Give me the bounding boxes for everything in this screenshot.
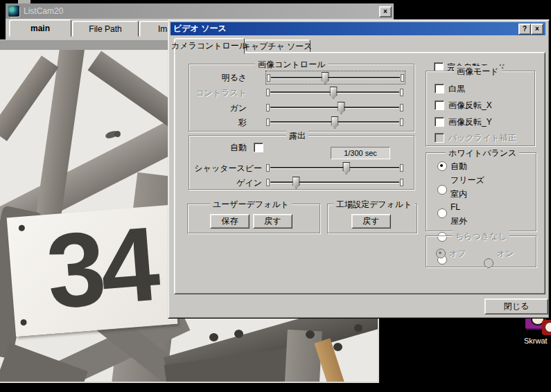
gamma-slider-thumb[interactable] xyxy=(338,102,345,114)
sign-screw xyxy=(19,224,26,231)
group-user-default: ユーザーデフォルト 保存 戻す xyxy=(187,204,320,233)
group-flicker: ちらつきなし オフ オン xyxy=(426,235,536,267)
slider-row-gamma: ガン xyxy=(189,101,414,115)
backlight-checkbox xyxy=(435,133,444,143)
gamma-label: ガン xyxy=(189,103,247,114)
saturation-slider-track[interactable] xyxy=(270,121,399,123)
brightness-slider[interactable] xyxy=(265,71,405,84)
gain-slider-thumb[interactable] xyxy=(292,177,300,189)
desktop: ListCam20 × main File Path Ima xyxy=(0,0,551,392)
restore-button-label: 戻す xyxy=(264,215,281,227)
flicker-off-label: オフ xyxy=(449,248,466,260)
shutter-slider-thumb[interactable] xyxy=(342,162,350,175)
dialog-close-button-label: 閉じる xyxy=(504,301,530,312)
wb-freeze-label: フリーズ xyxy=(451,175,484,186)
wb-indoor-label: 室内 xyxy=(451,188,467,200)
save-button-label: 保存 xyxy=(222,215,238,227)
bolt xyxy=(354,324,362,332)
tab-camera-control[interactable]: カメラコントロール xyxy=(174,38,245,54)
group-image-mode: 画像モード 白黒 画像反転_X 画像反転_Y バックライト補正 xyxy=(426,71,535,146)
saturation-slider[interactable] xyxy=(265,116,404,128)
gain-slider-track[interactable] xyxy=(270,181,399,184)
brightness-label: 明るさ xyxy=(189,72,247,84)
dialog-title: ビデオ ソース xyxy=(173,23,227,35)
gain-slider[interactable] xyxy=(265,176,404,188)
shutter-value-box: 1/300 sec xyxy=(331,147,390,159)
flicker-on-radio xyxy=(484,258,493,268)
desktop-icon-label[interactable]: Skrwat xyxy=(524,337,548,345)
bolt xyxy=(333,343,342,351)
wb-outdoor-label: 屋外 xyxy=(451,215,467,227)
brightness-slider-track[interactable] xyxy=(271,77,400,79)
bolt xyxy=(209,333,218,341)
shutter-slider-track[interactable] xyxy=(270,167,399,169)
group-user-default-title: ユーザーデフォルト xyxy=(210,199,292,211)
group-factory-default-title: 工場設定デフォルト xyxy=(333,199,414,211)
slider-row-contrast: コントラスト xyxy=(189,86,414,100)
slider-row-brightness: 明るさ xyxy=(189,71,414,84)
group-image-mode-title: 画像モード xyxy=(454,66,502,78)
wb-auto-label: 自動 xyxy=(451,161,467,172)
dialog-help-button[interactable]: ? xyxy=(518,24,531,35)
bw-label: 白黒 xyxy=(448,83,465,95)
tab-capture-source-label: キャプチャ ソース xyxy=(242,41,312,53)
tab-file-path-label: File Path xyxy=(89,24,121,34)
girder-pole-bottom xyxy=(283,330,322,383)
gamma-slider[interactable] xyxy=(265,101,404,114)
backlight-label: バックライト補正 xyxy=(448,132,516,144)
shutter-label: シャッタースピー xyxy=(189,163,262,175)
listcam-app-icon xyxy=(8,6,19,17)
group-image-control-title: 画像コントロール xyxy=(255,59,328,71)
tab-camera-control-label: カメラコントロール xyxy=(171,40,247,52)
flicker-on-label: オン xyxy=(497,248,514,260)
saturation-slider-thumb[interactable] xyxy=(331,116,339,129)
flip-y-checkbox[interactable] xyxy=(435,117,444,127)
girder-knob-head xyxy=(114,131,121,137)
tab-main-label: main xyxy=(30,24,50,33)
gain-label: ゲイン xyxy=(189,177,262,189)
tab-file-path[interactable]: File Path xyxy=(72,21,139,37)
flicker-off-radio xyxy=(436,249,446,258)
tab-main[interactable]: main xyxy=(9,19,71,37)
shutter-slider[interactable] xyxy=(265,161,404,174)
saturation-label: 彩 xyxy=(189,117,247,129)
contrast-slider-thumb[interactable] xyxy=(330,87,338,99)
wb-indoor-radio[interactable] xyxy=(437,208,447,218)
slider-row-shutter: シャッタースピー xyxy=(189,161,414,175)
shutter-value: 1/300 sec xyxy=(344,149,377,157)
icon-clock-face xyxy=(545,322,551,332)
gamma-slider-track[interactable] xyxy=(270,107,399,109)
user-default-save-button[interactable]: 保存 xyxy=(210,214,250,229)
exposure-auto-checkbox[interactable] xyxy=(254,143,263,152)
contrast-slider-track[interactable] xyxy=(270,91,399,93)
bw-checkbox[interactable] xyxy=(435,84,444,93)
listcam-close-button[interactable]: × xyxy=(379,6,392,17)
wb-auto-radio[interactable] xyxy=(437,161,447,171)
sign-number: 34 xyxy=(42,205,159,331)
sign-screw xyxy=(20,319,27,326)
bolt xyxy=(306,330,315,339)
factory-restore-label: 戻す xyxy=(362,215,379,227)
listcam-title: ListCam20 xyxy=(24,6,63,16)
number-sign: 34 xyxy=(7,205,178,337)
listcam-titlebar[interactable]: ListCam20 × xyxy=(6,3,394,19)
flip-x-checkbox[interactable] xyxy=(435,100,444,110)
flip-x-label: 画像反転_X xyxy=(448,100,492,112)
group-flicker-title: ちらつきなし xyxy=(453,231,509,242)
wb-freeze-radio[interactable] xyxy=(437,185,447,195)
dialog-close-button[interactable]: 閉じる xyxy=(484,299,548,314)
dialog-titlebar[interactable]: ビデオ ソース ? × xyxy=(170,22,545,35)
group-exposure-title: 露出 xyxy=(286,130,308,142)
brightness-slider-thumb[interactable] xyxy=(322,72,329,84)
group-image-control: 画像コントロール 明るさ コントラスト xyxy=(189,64,414,132)
user-default-restore-button[interactable]: 戻す xyxy=(253,214,292,229)
slider-row-gain: ゲイン xyxy=(189,176,414,190)
dialog-close-icon[interactable]: × xyxy=(531,24,543,35)
wb-fl-label: FL xyxy=(451,202,460,212)
flip-y-label: 画像反転_Y xyxy=(448,116,492,128)
group-exposure: 露出 自動 1/300 sec シャッタースピー ゲイン xyxy=(189,135,414,190)
camera-control-pane: 画像コントロール 明るさ コントラスト xyxy=(174,52,545,294)
factory-default-restore-button[interactable]: 戻す xyxy=(351,214,391,229)
contrast-slider[interactable] xyxy=(265,86,404,98)
group-white-balance-title: ホワイトバランス xyxy=(446,148,519,159)
